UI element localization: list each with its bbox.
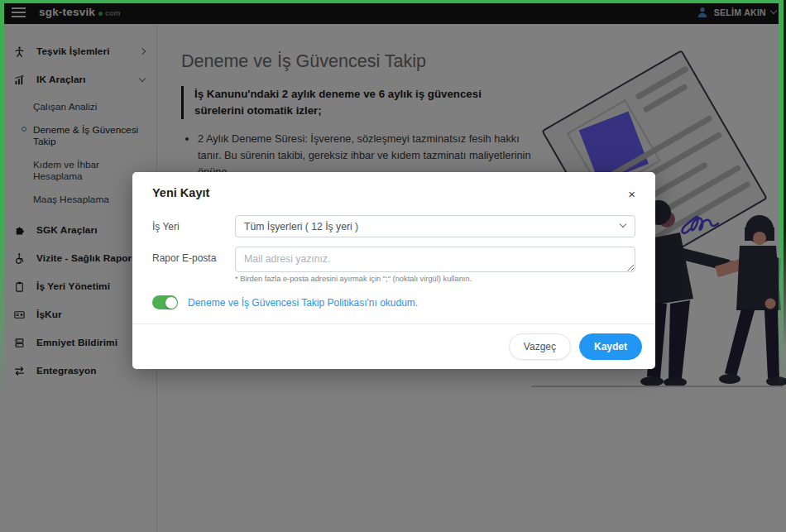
workplace-select[interactable]: Tüm İşyerleri ( 12 İş yeri ) — [235, 215, 635, 237]
workplace-row: İş Yeri Tüm İşyerleri ( 12 İş yeri ) — [152, 215, 635, 237]
modal-footer: Vazgeç Kaydet — [132, 324, 655, 369]
workplace-label: İş Yeri — [152, 221, 235, 232]
cancel-button[interactable]: Vazgeç — [509, 333, 571, 360]
policy-toggle[interactable] — [152, 295, 178, 309]
policy-link[interactable]: Deneme ve İş Güvencesi Takip Politikası'… — [188, 297, 418, 309]
modal-title: Yeni Kayıt — [152, 186, 209, 199]
report-email-label: Rapor E-posta — [152, 247, 235, 264]
policy-toggle-row: Deneme ve İş Güvencesi Takip Politikası'… — [152, 295, 635, 309]
new-record-modal: Yeni Kayıt × İş Yeri Tüm İşyerleri ( 12 … — [132, 172, 655, 369]
close-icon[interactable]: × — [625, 186, 639, 202]
modal-header: Yeni Kayıt × — [132, 172, 655, 207]
chevron-down-icon — [620, 221, 626, 228]
report-email-input[interactable] — [235, 247, 635, 272]
save-button[interactable]: Kaydet — [579, 333, 642, 360]
workplace-selected-value: Tüm İşyerleri ( 12 İş yeri ) — [244, 221, 358, 232]
email-hint: * Birden fazla e-posta adresini ayırmak … — [235, 275, 635, 283]
modal-body: İş Yeri Tüm İşyerleri ( 12 İş yeri ) Rap… — [132, 207, 655, 309]
report-email-row: Rapor E-posta — [152, 247, 635, 272]
